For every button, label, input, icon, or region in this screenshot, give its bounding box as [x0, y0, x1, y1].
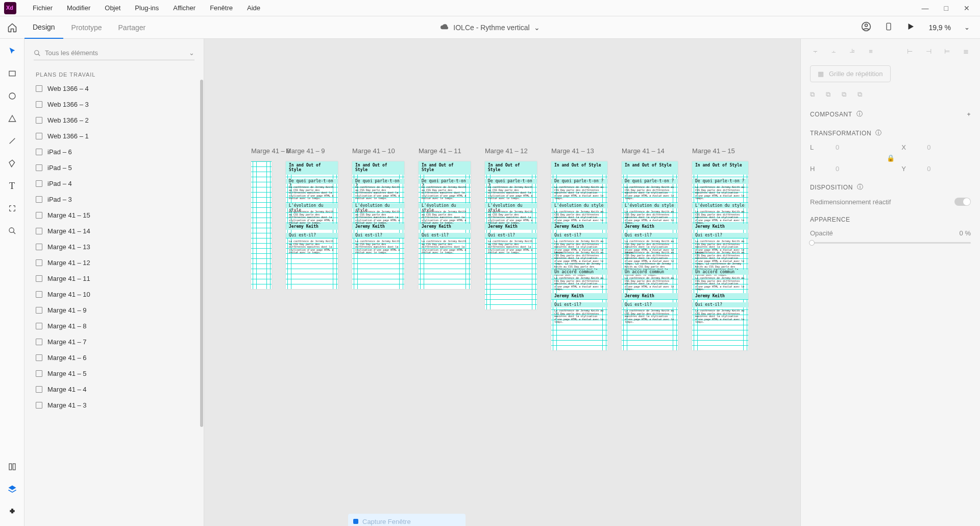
layer-item[interactable]: Marge 41 – 4 [24, 381, 204, 397]
opacity-value[interactable]: 0 % [960, 229, 971, 237]
polygon-tool-icon[interactable] [7, 113, 17, 124]
layer-item[interactable]: Marge 41 – 9 [24, 302, 204, 318]
layer-item[interactable]: Web 1366 – 2 [24, 112, 204, 128]
document-title[interactable]: IOLCe - Rythme vertical ⌄ [440, 22, 540, 33]
layer-item[interactable]: iPad – 5 [24, 160, 204, 176]
tab-design[interactable]: Design [24, 16, 63, 39]
zoom-value[interactable]: 19,9 % [928, 23, 951, 32]
layer-item[interactable]: Web 1366 – 1 [24, 128, 204, 144]
play-icon[interactable] [906, 22, 915, 33]
chevron-down-icon[interactable]: ⌄ [534, 23, 540, 32]
artboard-label[interactable]: Marge 41 – 15 [692, 147, 735, 155]
tab-share[interactable]: Partager [110, 16, 154, 39]
menu-aide[interactable]: Aide [240, 4, 267, 12]
artboard-label[interactable]: Marge 41 – 9 [286, 147, 325, 155]
libraries-icon[interactable] [7, 462, 17, 472]
menu-modifier[interactable]: Modifier [60, 4, 97, 12]
artboard[interactable]: Marge 41 – 8 [251, 161, 272, 289]
artboard[interactable]: Marge 41 – 11In and Out of StyleDe quoi … [419, 161, 471, 289]
rectangle-tool-icon[interactable] [7, 68, 17, 79]
artboard[interactable]: Marge 41 – 12In and Out of StyleDe quoi … [485, 161, 537, 309]
exclude-shape-icon[interactable]: ⧉ [857, 90, 862, 99]
layer-item[interactable]: Marge 41 – 12 [24, 255, 204, 271]
align-hcenter-icon[interactable]: ⊣ [923, 46, 934, 56]
align-left-icon[interactable]: ⊢ [905, 46, 915, 56]
menu-afficher[interactable]: Afficher [166, 4, 203, 12]
menu-plugins[interactable]: Plug-ins [128, 4, 166, 12]
tab-prototype[interactable]: Prototype [63, 16, 110, 39]
menu-fichier[interactable]: Fichier [26, 4, 60, 12]
opacity-slider[interactable] [810, 242, 971, 244]
align-vcenter-icon[interactable]: ⫠ [828, 46, 839, 56]
layer-item[interactable]: Marge 41 – 11 [24, 271, 204, 286]
artboard-label[interactable]: Marge 41 – 10 [352, 147, 395, 155]
align-top-icon[interactable]: ⫟ [810, 46, 820, 56]
ellipse-tool-icon[interactable] [7, 91, 17, 101]
layer-item[interactable]: Marge 41 – 5 [24, 366, 204, 381]
close-icon[interactable]: ✕ [964, 4, 970, 12]
line-tool-icon[interactable] [7, 136, 17, 146]
align-right-icon[interactable]: ⊨ [942, 46, 952, 56]
layer-item[interactable]: Marge 41 – 15 [24, 207, 204, 223]
layers-search[interactable]: Tous les éléments ⌄ [34, 46, 194, 60]
text-tool-icon[interactable]: T [7, 181, 17, 191]
distribute-h-icon[interactable]: ≣ [961, 46, 971, 56]
layer-item[interactable]: Marge 41 – 10 [24, 286, 204, 302]
canvas[interactable]: Marge 41 – 8Marge 41 – 9In and Out of St… [204, 39, 800, 526]
plugins-icon[interactable] [7, 507, 17, 517]
align-bottom-icon[interactable]: ⫡ [847, 46, 857, 56]
layer-item[interactable]: Web 1366 – 3 [24, 97, 204, 112]
y-value[interactable]: 0 [927, 165, 930, 173]
subtract-shape-icon[interactable]: ⧉ [826, 90, 830, 99]
layers-icon[interactable] [7, 484, 17, 494]
maximize-icon[interactable]: □ [944, 4, 948, 12]
info-icon[interactable]: ⓘ [856, 110, 863, 118]
lock-icon[interactable]: 🔒 [810, 154, 971, 162]
layer-item[interactable]: Marge 41 – 13 [24, 239, 204, 255]
layer-item[interactable]: Marge 41 – 7 [24, 334, 204, 350]
menu-objet[interactable]: Objet [97, 4, 128, 12]
chevron-down-icon[interactable]: ⌄ [189, 49, 194, 57]
info-icon[interactable]: ⓘ [857, 183, 864, 192]
layer-item[interactable]: iPad – 6 [24, 144, 204, 160]
scrollbar[interactable] [200, 80, 203, 427]
width-value[interactable]: 0 [836, 144, 839, 151]
layer-item[interactable]: iPad – 4 [24, 176, 204, 192]
user-avatar-icon[interactable] [861, 21, 871, 33]
select-tool-icon[interactable] [7, 46, 17, 56]
layer-item[interactable]: Marge 41 – 6 [24, 350, 204, 366]
artboard-label[interactable]: Marge 41 – 11 [419, 147, 461, 155]
layer-item[interactable]: Marge 41 – 8 [24, 318, 204, 334]
add-component-icon[interactable]: + [967, 111, 971, 118]
layer-item[interactable]: Marge 41 – 3 [24, 397, 204, 413]
artboard-label[interactable]: Marge 41 – 8 [251, 147, 290, 155]
artboard-tool-icon[interactable] [7, 203, 17, 213]
zoom-chevron-icon[interactable]: ⌄ [964, 23, 970, 31]
responsive-toggle[interactable] [954, 198, 971, 206]
artboard-label[interactable]: Marge 41 – 13 [551, 147, 594, 155]
menu-fenetre[interactable]: Fenêtre [203, 4, 240, 12]
layer-item[interactable]: iPad – 3 [24, 192, 204, 207]
distribute-v-icon[interactable]: ≡ [866, 46, 876, 56]
minimize-icon[interactable]: — [922, 4, 929, 12]
zoom-tool-icon[interactable] [7, 226, 17, 236]
layer-item[interactable]: Web 1366 – 4 [24, 81, 204, 97]
info-icon[interactable]: ⓘ [875, 129, 882, 137]
intersect-shape-icon[interactable]: ⧉ [842, 90, 846, 99]
artboard-label[interactable]: Marge 41 – 14 [622, 147, 665, 155]
artboard-label[interactable]: Marge 41 – 12 [485, 147, 528, 155]
mobile-preview-icon[interactable] [885, 21, 893, 33]
height-value[interactable]: 0 [836, 165, 839, 173]
add-shape-icon[interactable]: ⧉ [810, 90, 815, 99]
home-button[interactable] [0, 22, 24, 33]
artboard[interactable]: Marge 41 – 10In and Out of StyleDe quoi … [352, 161, 404, 289]
capture-popup[interactable]: Capture Fenêtre [348, 514, 465, 526]
pen-tool-icon[interactable] [7, 158, 17, 169]
repeat-grid-button[interactable]: ▦ Grille de répétition [810, 65, 891, 82]
artboard[interactable]: Marge 41 – 9In and Out of StyleDe quoi p… [286, 161, 338, 289]
artboard[interactable]: Marge 41 – 13In and Out of StyleDe quoi … [551, 161, 607, 350]
artboard[interactable]: Marge 41 – 14In and Out of StyleDe quoi … [622, 161, 678, 350]
layer-item[interactable]: Marge 41 – 14 [24, 223, 204, 239]
artboard[interactable]: Marge 41 – 15In and Out of StyleDe quoi … [692, 161, 748, 350]
x-value[interactable]: 0 [927, 144, 930, 151]
